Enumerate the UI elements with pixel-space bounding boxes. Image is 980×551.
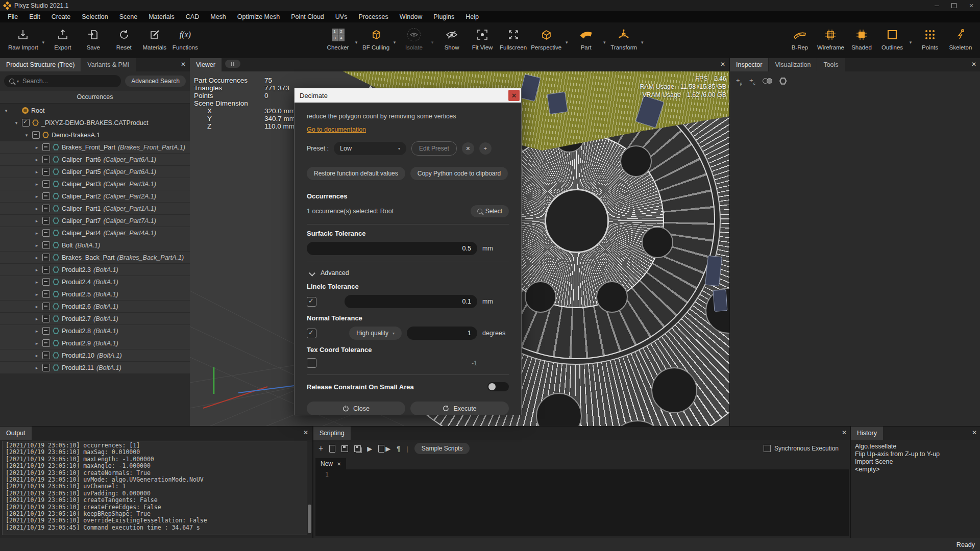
tree-checkbox[interactable] <box>42 315 50 322</box>
menu-item[interactable]: CAD <box>180 11 205 22</box>
tree-row[interactable]: Caliper_Part7 (Caliper_Part7A.1) <box>0 215 190 227</box>
tree-row[interactable]: Produit2.3 (BoltA.1) <box>0 264 190 276</box>
texcoord-checkbox[interactable] <box>307 358 316 368</box>
tree-expand-arrow-icon[interactable] <box>34 267 40 272</box>
tab-viewer[interactable]: Viewer <box>190 58 222 71</box>
tab-tools[interactable]: Tools <box>817 58 844 71</box>
open-script-button[interactable] <box>329 445 335 453</box>
add-property-button[interactable]: +p <box>736 77 742 86</box>
tab-history[interactable]: History <box>851 427 883 440</box>
output-log[interactable]: [2021/10/19 23:05:10] occurrences: [1][2… <box>2 441 307 535</box>
tree-checkbox[interactable] <box>42 303 50 310</box>
advanced-section-toggle[interactable]: Advanced <box>307 269 509 277</box>
dialog-close-button[interactable]: ✕ <box>508 90 520 101</box>
history-close-icon[interactable]: ✕ <box>972 429 977 436</box>
tree-expand-arrow-icon[interactable] <box>13 120 19 126</box>
shaded-button[interactable]: Shaded <box>846 26 877 52</box>
menu-item[interactable]: Optimize Mesh <box>232 11 285 22</box>
perspective-button[interactable]: Perspective <box>529 26 564 52</box>
script-tab-new[interactable]: New ✕ <box>315 458 346 469</box>
menu-item[interactable]: File <box>2 11 23 22</box>
reset-button[interactable]: Reset <box>109 26 139 52</box>
dialog-title-bar[interactable]: Decimate ✕ <box>295 88 521 103</box>
tree-row[interactable]: Caliper_Part4 (Caliper_Part4A.1) <box>0 227 190 239</box>
right-panel-close-icon[interactable]: ✕ <box>971 61 976 68</box>
script-tab-close-icon[interactable]: ✕ <box>337 461 341 467</box>
skeleton-button[interactable]: Skeleton <box>945 26 976 52</box>
save-button[interactable]: Save <box>78 26 109 52</box>
tree-row[interactable]: Demo-BrakesA.1 <box>0 129 190 141</box>
tree-row[interactable]: Caliper_Part3 (Caliper_Part3A.1) <box>0 178 190 190</box>
tree-expand-arrow-icon[interactable] <box>34 169 40 174</box>
tree-row[interactable]: _PiXYZ-DEMO-BRAKES.CATProduct <box>0 117 190 129</box>
menu-item[interactable]: Processes <box>353 11 394 22</box>
bf-culling-button[interactable]: BF Culling <box>360 26 391 52</box>
menu-item[interactable]: Point Cloud <box>285 11 330 22</box>
minimize-button[interactable] <box>928 0 945 11</box>
part-button[interactable]: Part <box>571 26 601 52</box>
tree-row[interactable]: Produit2.5 (BoltA.1) <box>0 288 190 300</box>
tree-expand-arrow-icon[interactable] <box>34 316 40 321</box>
camera-link-icon[interactable] <box>763 78 772 84</box>
tree-checkbox[interactable] <box>42 278 50 286</box>
tree-expand-arrow-icon[interactable] <box>34 304 40 309</box>
output-close-icon[interactable]: ✕ <box>303 429 308 436</box>
close-button[interactable]: ✕ <box>963 0 980 11</box>
outlines-button[interactable]: Outlines <box>877 26 908 52</box>
tree-checkbox[interactable] <box>42 217 50 224</box>
checker-button[interactable]: 1234 Checker <box>323 26 353 52</box>
perspective-dropdown-icon[interactable]: ▾ <box>564 40 570 45</box>
raw-import-dropdown-icon[interactable]: ▾ <box>40 40 46 45</box>
tree-row[interactable]: Brakes_Back_Part (Brakes_Back_PartA.1) <box>0 252 190 263</box>
history-item[interactable]: Flip Up-axis from Z-up to Y-up <box>855 450 980 458</box>
search-box[interactable]: ▾ <box>4 75 121 87</box>
execute-button[interactable]: Execute <box>410 402 509 415</box>
menu-item[interactable]: Create <box>46 11 77 22</box>
normal-tolerance-slider[interactable]: 1 <box>407 327 477 340</box>
tree-checkbox[interactable] <box>42 168 50 176</box>
tab-scripting[interactable]: Scripting <box>313 427 351 440</box>
save-all-scripts-button[interactable] <box>354 445 361 452</box>
synchronous-execution-checkbox[interactable] <box>764 445 771 452</box>
tree-expand-arrow-icon[interactable] <box>34 280 40 285</box>
fit-view-button[interactable]: Fit View <box>467 26 498 52</box>
tree-expand-arrow-icon[interactable] <box>34 182 40 187</box>
tree-checkbox[interactable] <box>42 241 50 249</box>
transform-dropdown-icon[interactable]: ▾ <box>639 40 645 45</box>
lineic-checkbox[interactable] <box>307 297 316 307</box>
tree-checkbox[interactable] <box>42 205 50 212</box>
search-filter-chevron-icon[interactable]: ▾ <box>17 79 19 84</box>
history-item[interactable]: Import Scene <box>855 458 980 466</box>
tree-row[interactable]: Caliper_Part2 (Caliper_Part2A.1) <box>0 190 190 202</box>
points-button[interactable]: Points <box>915 26 945 52</box>
documentation-link[interactable]: Go to documentation <box>307 126 366 133</box>
tree-row[interactable]: Produit2.9 (BoltA.1) <box>0 337 190 349</box>
menu-item[interactable]: Edit <box>23 11 46 22</box>
tree-checkbox[interactable] <box>42 143 50 151</box>
raw-import-button[interactable]: Raw Import <box>6 26 40 52</box>
add-component-button[interactable]: +c <box>749 77 755 86</box>
formatting-marks-button[interactable]: ¶ <box>397 445 400 453</box>
tree-row[interactable]: Produit2.10 (BoltA.1) <box>0 349 190 361</box>
tree-expand-arrow-icon[interactable] <box>34 231 40 236</box>
tree-checkbox[interactable] <box>42 352 50 359</box>
tab-variants-pmi[interactable]: Variants & PMI <box>81 58 135 71</box>
outlines-dropdown-icon[interactable]: ▾ <box>908 40 914 45</box>
tree-row[interactable]: Caliper_Part6 (Caliper_Part6A.1) <box>0 154 190 165</box>
part-dropdown-icon[interactable]: ▾ <box>601 40 607 45</box>
tab-visualization[interactable]: Visualization <box>769 58 817 71</box>
tree-expand-arrow-icon[interactable] <box>23 133 30 138</box>
save-script-button[interactable] <box>341 445 348 452</box>
tree-row[interactable]: Caliper_Part5 (Caliper_Part6A.1) <box>0 166 190 178</box>
tree-expand-arrow-icon[interactable] <box>34 353 40 358</box>
menu-item[interactable]: Materials <box>143 11 180 22</box>
menu-item[interactable]: UVs <box>330 11 353 22</box>
tab-output[interactable]: Output <box>0 427 32 440</box>
tree-row[interactable]: Produit2.11 (BoltA.1) <box>0 362 190 373</box>
isolate-dropdown-icon[interactable]: ▾ <box>429 40 435 45</box>
viewer-pause-button[interactable] <box>225 60 240 68</box>
brep-button[interactable]: B-Rep <box>785 26 815 52</box>
tree-expand-arrow-icon[interactable] <box>34 206 40 211</box>
functions-button[interactable]: f(x) Functions <box>170 26 201 52</box>
tree-expand-arrow-icon[interactable] <box>34 243 40 248</box>
